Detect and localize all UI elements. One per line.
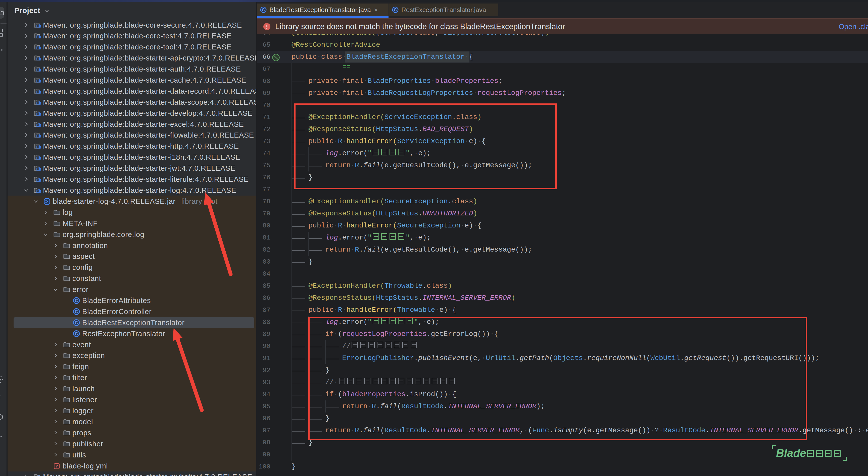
svg-text:Y: Y	[56, 464, 58, 469]
svg-text:C: C	[262, 8, 265, 12]
svg-text:C: C	[75, 309, 78, 314]
svg-text:C: C	[394, 8, 397, 12]
svg-text:C: C	[75, 320, 78, 325]
svg-text:C: C	[75, 298, 78, 303]
svg-text:C: C	[75, 331, 78, 336]
